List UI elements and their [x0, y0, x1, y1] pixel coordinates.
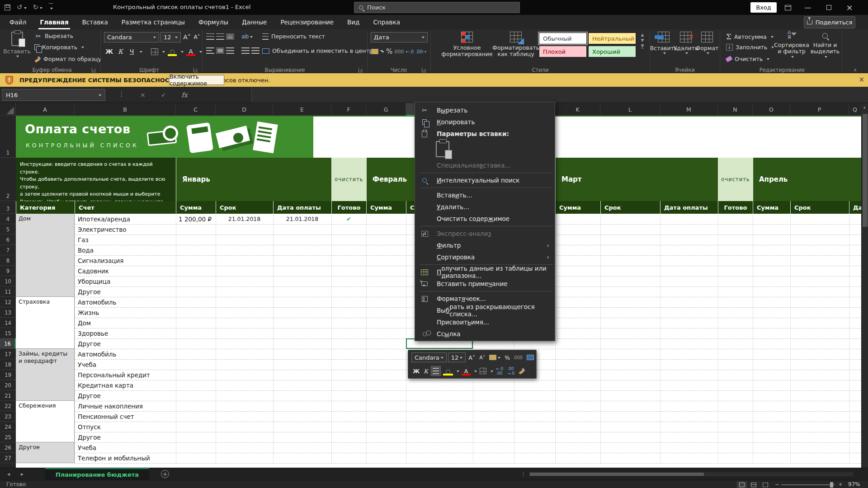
formula-bar-options-icon[interactable]: ⋮ [118, 90, 125, 98]
tab-главная[interactable]: Главная [33, 15, 75, 29]
column-header-L[interactable]: L [600, 103, 660, 116]
cancel-entry-icon[interactable]: × [140, 91, 146, 99]
column-header-P[interactable]: P [790, 103, 849, 116]
cell-style-нейтральный[interactable]: Нейтральный [588, 33, 636, 44]
align-left-icon[interactable] [206, 47, 214, 54]
accounting-format-icon[interactable] [371, 49, 378, 54]
comma-style-button[interactable]: 000 [394, 49, 404, 55]
align-top-icon[interactable] [206, 33, 214, 40]
row-header-2[interactable]: 2 [0, 158, 16, 201]
autosum-button[interactable]: ΣАвтосумма [726, 32, 774, 41]
select-all-corner[interactable] [0, 103, 16, 116]
decrease-indent-icon[interactable] [241, 47, 250, 54]
row-header-23[interactable]: 23 [0, 411, 16, 422]
row-header-24[interactable]: 24 [0, 422, 16, 432]
font-color-button[interactable]: А [185, 47, 196, 56]
row-header-12[interactable]: 12 [0, 297, 16, 307]
tab-данные[interactable]: Данные [235, 15, 274, 29]
wrap-text-button[interactable]: Переносить текст [262, 33, 325, 40]
customize-qat-icon[interactable] [49, 3, 53, 12]
menu-item-получить-данные-из-таблицы-или-диапазона[interactable]: Получить данные из таблицы или диапазона… [415, 266, 555, 278]
column-header-G[interactable]: G [366, 103, 406, 116]
alignment-dialog-launcher[interactable] [359, 68, 363, 72]
tab-рецензирование[interactable]: Рецензирование [274, 15, 340, 29]
cell-B18-account[interactable]: Учеба [75, 359, 176, 370]
paste-option-icon[interactable] [436, 141, 449, 157]
close-button[interactable]: × [842, 0, 857, 15]
conditional-formatting-button[interactable]: Условное форматирование [441, 32, 493, 58]
cell-B4-account[interactable]: Ипотека/аренда [75, 214, 176, 224]
increase-decimal-icon[interactable]: ←.0 [406, 49, 414, 54]
cell-B10-account[interactable]: Уборщица [75, 276, 176, 286]
normal-view-button[interactable] [737, 481, 747, 488]
restore-button[interactable] [821, 0, 836, 15]
column-header-C[interactable]: C [176, 103, 216, 116]
mini-percent-button[interactable]: % [503, 352, 511, 362]
find-select-button[interactable]: Найти и выделить [810, 32, 840, 58]
merge-center-button[interactable]: Объединить и поместить в центре [262, 47, 383, 54]
menu-item-выбрать-из-раскрывающегося-списка[interactable]: Выбрать из раскрывающегося списка... [415, 305, 555, 316]
cell-B24-account[interactable]: Отпуск [75, 422, 176, 432]
cell-B11-account[interactable]: Другое [75, 286, 176, 297]
mini-borders-button[interactable] [478, 366, 488, 376]
mini-bold-button[interactable]: Ж [411, 366, 421, 376]
row-header-26[interactable]: 26 [0, 442, 16, 453]
save-icon[interactable] [5, 5, 10, 10]
row-header-25[interactable]: 25 [0, 432, 16, 442]
row-header-3[interactable]: 3 [0, 201, 16, 214]
menu-item-вырезать[interactable]: ✂Вырезать [415, 104, 555, 116]
page-layout-view-button[interactable] [749, 481, 759, 488]
page-break-view-button[interactable] [760, 481, 770, 488]
mini-comma-button[interactable]: 000 [513, 352, 524, 362]
menu-item-присвоить-имя[interactable]: Присвоить имя... [415, 316, 555, 328]
formula-input[interactable] [251, 87, 868, 103]
mini-font-size-combo[interactable]: 12 [448, 352, 466, 362]
cell-B27-account[interactable]: Телефон и мобильный [75, 453, 176, 463]
cell-E4-paid[interactable]: 21.01.2018 [273, 214, 331, 224]
cell-B20-account[interactable]: Кредитная карта [75, 380, 176, 390]
row-header-15[interactable]: 15 [0, 328, 16, 338]
cell-B13-account[interactable]: Жизнь [75, 307, 176, 318]
row-header-13[interactable]: 13 [0, 307, 16, 318]
increase-indent-icon[interactable] [251, 47, 259, 54]
mini-font-name-combo[interactable]: Candara [411, 352, 447, 362]
row-header-22[interactable]: 22 [0, 401, 16, 411]
cell-B23-account[interactable]: Пенсионный счет [75, 411, 176, 422]
row-header-14[interactable]: 14 [0, 318, 16, 328]
column-header-E[interactable]: E [273, 103, 331, 116]
collapse-ribbon-icon[interactable]: ∧ [854, 67, 857, 72]
cell-B17-account[interactable]: Автомоби́ль [75, 349, 176, 359]
menu-item-вставить-примечание[interactable]: Вставить примечание [415, 278, 555, 290]
tab-файл[interactable]: Файл [3, 15, 33, 29]
menu-item-копировать[interactable]: Копировать [415, 116, 555, 128]
align-bottom-icon[interactable] [226, 33, 234, 40]
cell-B8-account[interactable]: Сигнализация [75, 255, 176, 266]
column-header-K[interactable]: K [555, 103, 600, 116]
format-cells-button[interactable]: Формат [697, 32, 717, 55]
clear-march-button[interactable]: очистить [718, 158, 753, 201]
security-close-icon[interactable]: × [859, 75, 864, 84]
menu-item-удалить[interactable]: Удалить... [415, 201, 555, 213]
cell-B16-account[interactable]: Другое [75, 338, 176, 349]
underline-button[interactable]: Ч [127, 47, 137, 56]
gallery-down-icon[interactable]: ▼ [641, 38, 644, 42]
column-header-A[interactable]: A [16, 103, 75, 116]
decrease-decimal-icon[interactable]: .00→ [415, 49, 426, 54]
cell-style-хороший[interactable]: Хороший [588, 46, 636, 57]
menu-item-параметры-вставки[interactable]: Параметры вставки: [415, 128, 555, 140]
font-name-combo[interactable]: Candara [104, 32, 159, 42]
align-middle-icon[interactable] [216, 33, 224, 40]
share-button[interactable]: Поделиться [804, 16, 855, 28]
menu-item-очистить-содержимое[interactable]: Очистить содержимое [415, 213, 555, 225]
mini-increase-decimal-button[interactable]: ←.0.00 [495, 366, 505, 376]
mini-align-center-button[interactable] [431, 366, 441, 376]
paste-button[interactable]: Вставить [5, 32, 29, 58]
shrink-font-button[interactable]: A˅ [192, 32, 202, 42]
align-right-icon[interactable] [226, 47, 234, 54]
gallery-up-icon[interactable]: ▲ [641, 33, 644, 37]
new-sheet-button[interactable]: + [161, 470, 169, 478]
row-header-27[interactable]: 27 [0, 453, 16, 463]
font-dialog-launcher[interactable] [193, 68, 198, 72]
menu-item-вставить[interactable]: Вставить... [415, 189, 555, 201]
menu-item-фильтр[interactable]: Фильтр› [415, 239, 555, 251]
